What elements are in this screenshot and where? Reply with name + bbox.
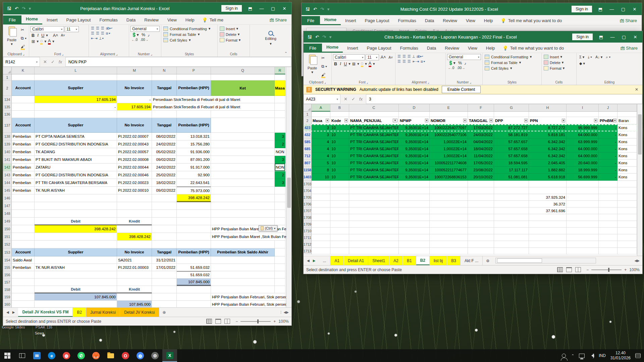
cell[interactable]: PI.2022.02.00057 (117, 148, 152, 156)
cell[interactable]: 3 (312, 124, 330, 131)
cell[interactable]: Tanggal (152, 80, 177, 96)
row-header[interactable]: 149 (3, 218, 12, 225)
maximize-button[interactable]: ▢ (267, 5, 279, 12)
cell[interactable]: Tanggal (152, 248, 177, 256)
cell[interactable] (494, 194, 529, 201)
cell[interactable] (599, 248, 618, 254)
cell[interactable] (430, 201, 468, 207)
cell[interactable] (312, 221, 330, 228)
cell[interactable]: 100022254077097 (430, 124, 468, 131)
cell[interactable]: - (599, 138, 618, 145)
cell[interactable]: Pembelian (12, 133, 35, 140)
row-header[interactable]: 156 (3, 271, 12, 279)
minimize-button[interactable]: — (606, 5, 618, 13)
dialog-launcher-icon[interactable]: ⌟ (23, 52, 24, 56)
cell[interactable] (211, 279, 275, 286)
align-bottom-icon[interactable]: ☰ (407, 54, 411, 59)
cell-styles-button[interactable]: Cell Styles▾ (163, 37, 216, 43)
name-box[interactable]: R142▾ (3, 57, 40, 67)
cell[interactable] (618, 187, 637, 194)
cell[interactable]: HPP Penjualan Bulan Februari, Stok perse… (211, 293, 285, 301)
increase-font-icon[interactable]: A˄ (52, 33, 59, 38)
cell[interactable]: 17.117.117 (494, 167, 529, 174)
cell[interactable]: PT TRI CAHAYA SEJAHTERA (349, 138, 399, 145)
title-bar[interactable]: 🖫 ↶ ↷ ▾ Penjelasan dan Rincian Jurnal Ko… (3, 2, 291, 14)
sheet-tab-a1[interactable]: A1 (330, 256, 344, 265)
fill-color-icon[interactable]: ◌ (39, 39, 44, 45)
close-icon[interactable]: ✕ (635, 87, 640, 92)
cell[interactable] (567, 241, 599, 248)
insert-cells-button[interactable]: Insert▾ (543, 54, 575, 60)
cell[interactable]: 36.372 (529, 201, 567, 207)
cell[interactable]: 22.643.541 (177, 179, 211, 187)
cell[interactable]: Pembelian (HPP) (177, 248, 211, 256)
cell[interactable] (211, 74, 275, 80)
cell[interactable] (567, 234, 599, 241)
tab-formulas[interactable]: Formulas (95, 15, 122, 24)
cell[interactable] (468, 241, 494, 248)
cell[interactable]: 9,35001E+14 (399, 160, 430, 167)
cell[interactable]: ▾ (567, 117, 599, 124)
cell[interactable] (494, 221, 529, 228)
cell[interactable] (152, 218, 177, 225)
sheet-nav-left-icon[interactable]: ◀ (307, 259, 310, 262)
filter-dropdown-icon[interactable]: ▾ (524, 119, 528, 122)
bold-icon[interactable]: B (333, 62, 338, 66)
row-header[interactable]: 151 (3, 233, 12, 241)
borders-icon[interactable]: ⊞ (351, 61, 357, 66)
cell[interactable]: 64.000.000 (567, 145, 599, 153)
cell[interactable] (211, 148, 275, 156)
cell[interactable] (117, 111, 152, 118)
cell[interactable] (330, 228, 349, 234)
cell[interactable] (468, 187, 494, 194)
cell[interactable] (152, 111, 177, 118)
minimize-button[interactable]: — (607, 33, 618, 41)
edge-icon[interactable]: e (44, 349, 59, 362)
cell[interactable] (275, 264, 285, 271)
cell[interactable]: 10 (330, 153, 349, 160)
column-header[interactable]: H (529, 104, 567, 112)
cell[interactable]: 9,35001E+14 (399, 145, 430, 153)
zoom-level[interactable]: 100% (629, 267, 640, 272)
cell[interactable]: 4 (312, 153, 330, 160)
cell[interactable] (211, 133, 275, 140)
cell[interactable] (468, 214, 494, 221)
sort-filter-icon[interactable]: A↓ ▾ (595, 55, 602, 59)
cell[interactable] (618, 201, 637, 207)
align-middle-icon[interactable]: ☰ (95, 26, 100, 31)
row-header[interactable]: 137 (3, 118, 12, 133)
font-size-dropdown[interactable]: 11▾ (366, 54, 379, 60)
cell[interactable] (599, 207, 618, 214)
tab-formulas[interactable]: Formulas (394, 16, 421, 25)
cell[interactable] (211, 210, 275, 218)
close-button[interactable]: ✕ (629, 5, 640, 13)
cell[interactable] (494, 187, 529, 194)
sheet-tab--[interactable]: ... (319, 256, 330, 265)
cell[interactable]: PPN▾ (529, 117, 567, 124)
tell-me-box[interactable]: 💡Tell me (199, 15, 227, 24)
percent-icon[interactable]: % (457, 61, 463, 65)
cell[interactable] (12, 286, 35, 293)
row-header[interactable]: 1706 (304, 201, 312, 207)
row-header[interactable]: 712 (304, 153, 312, 160)
tab-insert[interactable]: Insert (341, 16, 361, 25)
cell[interactable]: ZATARU (35, 164, 117, 171)
cell[interactable] (349, 187, 399, 194)
cell[interactable]: 04/04/2022 (468, 138, 494, 145)
cell[interactable] (275, 111, 285, 118)
undo-icon[interactable]: ↶ (313, 7, 317, 12)
cell[interactable] (349, 201, 399, 207)
cell[interactable]: 10 (330, 160, 349, 167)
cell[interactable]: NON PKP (275, 148, 285, 156)
fx-icon[interactable]: fx (59, 59, 62, 64)
cell[interactable] (330, 221, 349, 228)
cell[interactable]: 05/02/2022 (152, 148, 177, 156)
cell[interactable] (177, 225, 211, 233)
cell[interactable] (529, 187, 567, 194)
cell[interactable] (430, 221, 468, 228)
tab-split-handle[interactable]: ⋮ ◀▶ (279, 310, 289, 314)
maximize-button[interactable]: ▢ (618, 5, 629, 13)
cell[interactable] (349, 234, 399, 241)
network-icon[interactable] (579, 354, 585, 358)
cell[interactable] (177, 233, 211, 241)
